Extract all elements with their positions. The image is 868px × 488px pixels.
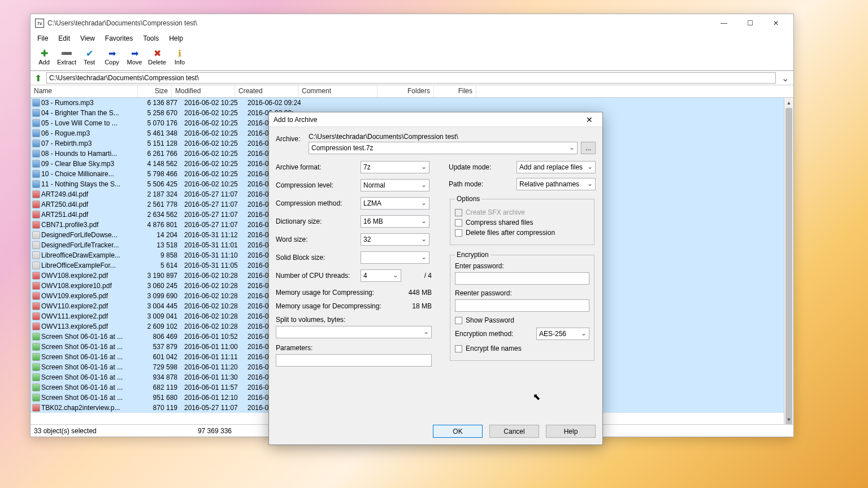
col-size[interactable]: Size xyxy=(138,85,172,97)
menu-favorites[interactable]: Favorites xyxy=(101,33,137,43)
archive-name-combo[interactable]: Compression test.7z xyxy=(309,142,578,154)
compression-level-combo[interactable]: Normal xyxy=(361,179,429,191)
pathbar: ⬆ ⌄ xyxy=(31,71,793,85)
app-icon: 7z xyxy=(35,19,44,28)
archive-format-label: Archive format: xyxy=(276,163,361,171)
cpu-threads-label: Number of CPU threads: xyxy=(276,272,361,280)
cancel-button[interactable]: Cancel xyxy=(489,425,539,438)
solid-block-combo[interactable] xyxy=(361,251,429,264)
col-folders[interactable]: Folders xyxy=(377,85,434,97)
close-button[interactable]: ✕ xyxy=(763,15,789,32)
dialog-close-icon[interactable]: ✕ xyxy=(581,115,598,124)
sfx-checkbox: Create SFX archive xyxy=(455,208,589,216)
column-headers: Name Size Modified Created Comment Folde… xyxy=(31,85,793,98)
enter-password-input[interactable] xyxy=(455,272,589,285)
scroll-thumb[interactable] xyxy=(785,108,792,424)
delete-after-checkbox[interactable]: Delete files after compression xyxy=(455,229,589,237)
enter-password-label: Enter password: xyxy=(455,262,589,270)
scroll-up-icon[interactable]: ▲ xyxy=(784,98,793,107)
status-total-size: 97 369 336 xyxy=(181,427,232,435)
browse-button[interactable]: ... xyxy=(581,142,596,154)
scroll-down-icon[interactable]: ▼ xyxy=(784,415,793,424)
archive-path: C:\Users\techradar\Documents\Compression… xyxy=(309,133,596,141)
col-modified[interactable]: Modified xyxy=(172,85,235,97)
menu-tools[interactable]: Tools xyxy=(138,33,163,43)
tool-extract[interactable]: ➖Extract xyxy=(55,49,78,66)
path-mode-combo[interactable]: Relative pathnames xyxy=(517,178,596,190)
split-volumes-combo[interactable] xyxy=(276,326,432,338)
memory-compress-label: Memory usage for Compressing: xyxy=(276,289,409,297)
encryption-method-combo[interactable]: AES-256 xyxy=(536,328,589,340)
ok-button[interactable]: OK xyxy=(433,425,483,438)
dialog-title: Add to Archive xyxy=(274,116,317,124)
encryption-group: Encryption Enter password: Reenter passw… xyxy=(450,251,594,361)
shared-checkbox[interactable]: Compress shared files xyxy=(455,219,589,226)
menubar: FileEditViewFavoritesToolsHelp xyxy=(31,32,793,45)
path-input[interactable] xyxy=(46,72,776,84)
dictionary-size-combo[interactable]: 16 MB xyxy=(361,215,429,228)
window-title: C:\Users\techradar\Documents\Compression… xyxy=(47,19,197,27)
path-dropdown-icon[interactable]: ⌄ xyxy=(779,73,791,84)
cpu-threads-combo[interactable]: 4 xyxy=(361,269,401,282)
encrypt-filenames-checkbox[interactable]: Encrypt file names xyxy=(455,345,589,352)
memory-decompress-value: 18 MB xyxy=(412,302,432,310)
archive-label: Archive: xyxy=(276,133,309,143)
tool-add[interactable]: ✚Add xyxy=(33,49,55,66)
col-comment[interactable]: Comment xyxy=(298,85,377,97)
parameters-input[interactable] xyxy=(276,354,432,367)
dialog-titlebar: Add to Archive ✕ xyxy=(269,112,602,127)
compression-level-label: Compression level: xyxy=(276,181,361,189)
memory-decompress-label: Memory usage for Decompressing: xyxy=(276,302,412,310)
compression-method-combo[interactable]: LZMA xyxy=(361,197,429,210)
options-legend: Options xyxy=(455,195,481,203)
update-mode-combo[interactable]: Add and replace files xyxy=(517,161,596,173)
options-group: Options Create SFX archive Compress shar… xyxy=(450,195,594,245)
encryption-legend: Encryption xyxy=(455,251,491,259)
col-name[interactable]: Name xyxy=(31,85,138,97)
maximize-button[interactable]: ☐ xyxy=(737,15,763,32)
col-created[interactable]: Created xyxy=(235,85,298,97)
titlebar: 7z C:\Users\techradar\Documents\Compress… xyxy=(31,14,793,32)
help-button[interactable]: Help xyxy=(546,425,596,438)
encryption-method-label: Encryption method: xyxy=(455,330,536,338)
add-to-archive-dialog: Add to Archive ✕ Archive: C:\Users\techr… xyxy=(268,112,603,445)
cpu-max: / 4 xyxy=(401,272,432,280)
tool-move[interactable]: ➡Move xyxy=(123,49,146,66)
minimize-button[interactable]: — xyxy=(711,15,737,32)
word-size-label: Word size: xyxy=(276,236,361,243)
dictionary-size-label: Dictionary size: xyxy=(276,217,361,225)
tool-copy[interactable]: ➡Copy xyxy=(101,49,123,66)
toolbar: ✚Add➖Extract✔Test➡Copy➡Move✖DeleteℹInfo xyxy=(31,45,793,71)
reenter-password-input[interactable] xyxy=(455,299,589,312)
reenter-password-label: Reenter password: xyxy=(455,289,589,297)
menu-file[interactable]: File xyxy=(33,33,53,43)
archive-format-combo[interactable]: 7z xyxy=(361,161,429,173)
split-volumes-label: Split to volumes, bytes: xyxy=(276,316,432,324)
tool-delete[interactable]: ✖Delete xyxy=(146,49,168,66)
up-folder-icon[interactable]: ⬆ xyxy=(33,73,43,83)
solid-block-label: Solid Block size: xyxy=(276,254,361,262)
menu-view[interactable]: View xyxy=(76,33,99,43)
col-files[interactable]: Files xyxy=(434,85,476,97)
status-selection: 33 object(s) selected xyxy=(34,427,147,435)
scrollbar[interactable]: ▲ ▼ xyxy=(784,98,793,424)
show-password-checkbox[interactable]: Show Password xyxy=(455,316,589,324)
update-mode-label: Update mode: xyxy=(449,163,517,171)
compression-method-label: Compression method: xyxy=(276,199,361,207)
word-size-combo[interactable]: 32 xyxy=(361,233,429,246)
path-mode-label: Path mode: xyxy=(449,180,517,188)
tool-test[interactable]: ✔Test xyxy=(78,49,101,66)
parameters-label: Parameters: xyxy=(276,344,432,352)
menu-edit[interactable]: Edit xyxy=(54,33,75,43)
tool-info[interactable]: ℹInfo xyxy=(168,49,191,66)
memory-compress-value: 448 MB xyxy=(409,289,432,297)
menu-help[interactable]: Help xyxy=(164,33,188,43)
table-row[interactable]: 03 - Rumors.mp36 136 8772016-06-02 10:25… xyxy=(31,98,793,108)
dialog-buttons: OK Cancel Help xyxy=(269,419,602,445)
